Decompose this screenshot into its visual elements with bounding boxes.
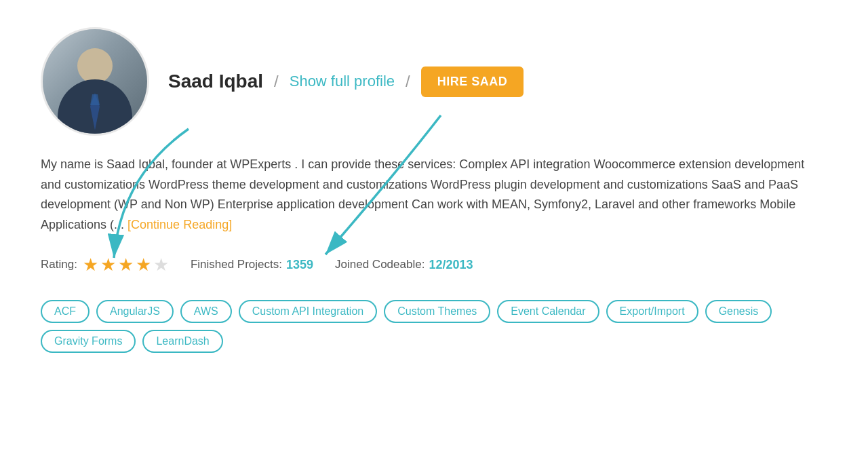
finished-projects-value: 1359 bbox=[286, 258, 313, 272]
tag-item[interactable]: AWS bbox=[180, 300, 232, 323]
tags-row: ACFAngularJSAWSCustom API IntegrationCus… bbox=[41, 300, 827, 353]
profile-card: Saad Iqbal / Show full profile / HIRE SA… bbox=[41, 27, 827, 353]
joined-value: 12/2013 bbox=[429, 258, 473, 272]
svg-marker-1 bbox=[90, 94, 100, 105]
stats-row: Rating: ★ ★ ★ ★ ★ Finished Projects: 135… bbox=[41, 254, 827, 276]
star-4: ★ bbox=[136, 254, 151, 276]
star-3: ★ bbox=[118, 254, 134, 276]
tag-item[interactable]: Custom Themes bbox=[384, 300, 490, 323]
rating-label: Rating: bbox=[41, 258, 77, 271]
show-full-profile-link[interactable]: Show full profile bbox=[290, 73, 395, 90]
profile-name: Saad Iqbal bbox=[168, 71, 263, 92]
finished-projects-section: Finished Projects: 1359 bbox=[191, 258, 313, 272]
tag-item[interactable]: Event Calendar bbox=[497, 300, 599, 323]
tag-item[interactable]: Genesis bbox=[705, 300, 772, 323]
continue-reading-link[interactable]: [Continue Reading] bbox=[127, 218, 232, 231]
bio-text: My name is Saad Iqbal, founder at WPExpe… bbox=[41, 155, 827, 235]
tag-item[interactable]: Custom API Integration bbox=[239, 300, 378, 323]
stats-wrapper: Rating: ★ ★ ★ ★ ★ Finished Projects: 135… bbox=[41, 254, 827, 276]
finished-projects-label: Finished Projects: bbox=[191, 258, 282, 271]
tag-item[interactable]: Gravity Forms bbox=[41, 330, 136, 353]
name-actions: Saad Iqbal / Show full profile / HIRE SA… bbox=[168, 66, 524, 97]
star-2: ★ bbox=[100, 254, 116, 276]
tag-item[interactable]: AngularJS bbox=[96, 300, 174, 323]
hire-button[interactable]: HIRE SAAD bbox=[421, 66, 524, 97]
joined-label: Joined Codeable: bbox=[335, 258, 425, 271]
header-row: Saad Iqbal / Show full profile / HIRE SA… bbox=[41, 27, 827, 136]
tag-item[interactable]: ACF bbox=[41, 300, 90, 323]
avatar bbox=[41, 27, 149, 136]
star-5-empty: ★ bbox=[153, 254, 169, 276]
joined-section: Joined Codeable: 12/2013 bbox=[335, 258, 473, 272]
rating-section: Rating: ★ ★ ★ ★ ★ bbox=[41, 254, 169, 276]
stars: ★ ★ ★ ★ ★ bbox=[83, 254, 169, 276]
tag-item[interactable]: LearnDash bbox=[142, 330, 222, 353]
separator-1: / bbox=[274, 72, 279, 91]
content-area: Saad Iqbal / Show full profile / HIRE SA… bbox=[168, 66, 524, 97]
separator-2: / bbox=[406, 72, 410, 91]
tag-item[interactable]: Export/Import bbox=[606, 300, 698, 323]
star-1: ★ bbox=[83, 254, 98, 276]
